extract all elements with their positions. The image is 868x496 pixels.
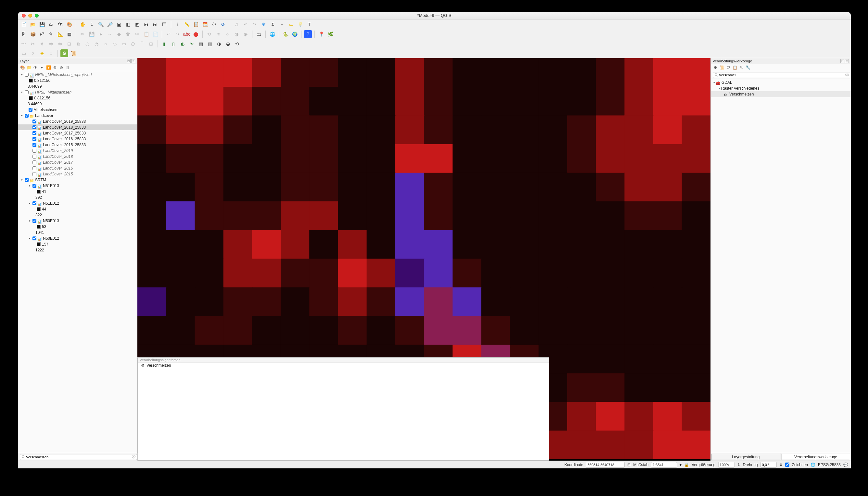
georeferencer-button[interactable]: 📍 (317, 30, 325, 38)
layer-visibility-checkbox[interactable] (25, 90, 29, 94)
layer-row[interactable]: 📊LandCover_2019 (18, 148, 137, 154)
processing-search-input[interactable] (713, 72, 851, 78)
scale-lock-icon[interactable]: 🔒 (684, 463, 689, 467)
raster-contrast-button[interactable]: ◐ (179, 40, 186, 48)
layer-row[interactable]: 📊LandCover_2017_25833 (18, 130, 137, 136)
layer-visibility-checkbox[interactable] (32, 236, 36, 241)
save-edits-button[interactable]: 💾 (88, 30, 95, 38)
layer-row[interactable]: 322 (18, 212, 137, 218)
layer-visibility-checkbox[interactable] (32, 137, 36, 141)
layer-row[interactable]: 44 (18, 206, 137, 212)
layer-visibility-checkbox[interactable] (29, 108, 32, 112)
open-project-button[interactable]: 📂 (29, 20, 37, 28)
sum-button[interactable]: Σ (269, 20, 277, 28)
reshape-button[interactable]: ↯ (38, 40, 46, 48)
zoom-layer-button[interactable]: ◩ (133, 20, 141, 28)
split-button[interactable]: ✂ (29, 40, 37, 48)
zoom-selection-button[interactable]: ◧ (124, 20, 132, 28)
new-spatialite-button[interactable]: ✎ (47, 30, 55, 38)
temporal-button[interactable]: ⏱ (210, 20, 218, 28)
add-feature-button[interactable]: ● (97, 30, 105, 38)
circle-button[interactable]: ○ (102, 40, 109, 48)
layer-visibility-checkbox[interactable] (32, 201, 36, 205)
new-map-view-button[interactable]: 🗔 (160, 20, 168, 28)
zoom-in-button[interactable]: 🔍 (97, 20, 105, 28)
tips-button[interactable]: 💡 (296, 20, 304, 28)
save-as-button[interactable]: 🗂 (47, 20, 55, 28)
redo-edit-button[interactable]: ↷ (174, 30, 182, 38)
new-virtual-button[interactable]: 📐 (56, 30, 64, 38)
layer-visibility-checkbox[interactable] (32, 125, 36, 129)
open-data-source-button[interactable]: 🗄 (20, 30, 28, 38)
undo-edit-button[interactable]: ↶ (165, 30, 172, 38)
layer-row[interactable]: 0.812156 (18, 78, 137, 83)
tree-node-raster-misc[interactable]: Raster Verschiedenes (721, 86, 759, 91)
node-tool-button[interactable]: ◆ (115, 30, 123, 38)
layer-visibility-checkbox[interactable] (32, 166, 36, 170)
panel-undock-button[interactable]: ◰ (840, 59, 844, 63)
tree-node-gdal[interactable]: GDAL (722, 80, 732, 86)
quick-osm-button[interactable]: ◈ (38, 49, 46, 57)
layer-row[interactable]: 1222 (18, 247, 137, 253)
layer-row[interactable]: ▾📊N50E012 (18, 235, 137, 241)
text-annotation-button[interactable]: T (305, 20, 313, 28)
new-project-button[interactable]: 📄 (20, 20, 28, 28)
label-toggle-button[interactable]: abc (183, 30, 191, 38)
fill-ring-button[interactable]: ◉ (242, 30, 249, 38)
metasearch-button[interactable]: 🌐 (268, 30, 276, 38)
layer-row[interactable]: 53 (18, 224, 137, 230)
arc-button[interactable]: ⌒ (138, 40, 146, 48)
rotate-button[interactable]: ⟲ (205, 30, 213, 38)
layer-visibility-checkbox[interactable] (32, 149, 36, 153)
rot-stepper-icon[interactable]: ⇕ (779, 463, 782, 467)
layer-row[interactable]: ▾📁SRTM (18, 177, 137, 183)
layer-row[interactable]: ▾📊HRSL_Mittelsachsen (18, 89, 137, 95)
polygon-button[interactable]: ⬠ (129, 40, 137, 48)
layer-visibility-checkbox[interactable] (32, 155, 36, 158)
manage-themes-icon[interactable]: 👁 (33, 65, 38, 70)
processing-toolbox-button[interactable]: ⚙ (60, 49, 68, 57)
proc-history-icon[interactable]: ⏱ (726, 65, 731, 70)
layer-row[interactable]: 41 (18, 189, 137, 195)
layer-row[interactable]: ▾📊N51E012 (18, 200, 137, 206)
python-console-button[interactable]: 🐍 (282, 30, 290, 38)
tree-node-verschmelzen[interactable]: Verschmelzen (729, 91, 754, 97)
ellipse-button[interactable]: ⬭ (111, 40, 119, 48)
coordinate-input[interactable] (586, 462, 625, 468)
reverse-button[interactable]: ⇆ (56, 40, 64, 48)
delete-feature-button[interactable]: 🗑 (124, 30, 132, 38)
raster-brightness-button[interactable]: ☀ (188, 40, 196, 48)
zoom-full-button[interactable]: ▣ (115, 20, 123, 28)
full-histogram-button[interactable]: ▥ (206, 40, 214, 48)
layer-row[interactable]: ▾📊N51E013 (18, 183, 137, 189)
zoom-last-button[interactable]: ⏮ (142, 20, 150, 28)
measure-button[interactable]: 📏 (183, 20, 191, 28)
layer-row[interactable]: 0.812156 (18, 95, 137, 101)
layer-visibility-checkbox[interactable] (32, 184, 36, 188)
minimize-window-button[interactable] (28, 14, 32, 17)
raster-stretch-button[interactable]: ▯ (170, 40, 177, 48)
new-shapefile-button[interactable]: V° (38, 30, 46, 38)
layer-visibility-checkbox[interactable] (25, 178, 29, 182)
layer-row[interactable]: 📊LandCover_2016_25833 (18, 136, 137, 142)
tab-layerstyling[interactable]: Layergestaltung (711, 454, 780, 460)
add-part-button[interactable]: ◑ (233, 30, 241, 38)
layers-tree[interactable]: ▾📊HRSL_Mittelsachsen_reprojiziert0.81215… (18, 71, 137, 461)
rotation-input[interactable] (760, 462, 777, 468)
style-manager-button[interactable]: 🎨 (65, 20, 73, 28)
db-manager-button[interactable]: 🗃 (255, 30, 263, 38)
layer-row[interactable]: 3.44699 (18, 101, 137, 107)
identify-button[interactable]: ℹ (174, 20, 182, 28)
globe-button[interactable]: 🌍 (291, 30, 298, 38)
print-layout-button[interactable]: 🖨 (233, 20, 241, 28)
layer-visibility-checkbox[interactable] (32, 120, 36, 123)
snapping-button[interactable]: ❄ (260, 20, 268, 28)
clear-search-icon[interactable]: ⓧ (845, 73, 849, 77)
zoom-out-button[interactable]: 🔎 (106, 20, 114, 28)
panel-close-button[interactable]: × (131, 59, 135, 63)
proc-script-icon[interactable]: 📜 (719, 65, 725, 70)
field-calc-button[interactable]: 🧮 (201, 20, 209, 28)
magnification-input[interactable] (718, 462, 734, 468)
layer-row[interactable]: 157 (18, 241, 137, 247)
tab-processing[interactable]: Verarbeitungswerkzeuge (781, 454, 851, 460)
